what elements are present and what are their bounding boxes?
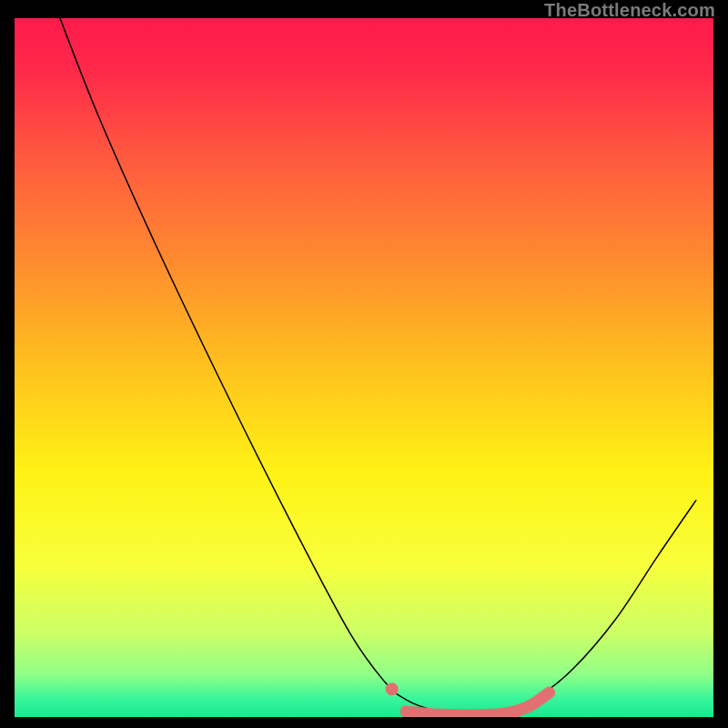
watermark-label: TheBottleneck.com [544, 0, 715, 21]
highlight-dot [386, 682, 399, 695]
chart-frame: TheBottleneck.com [0, 0, 728, 728]
bottleneck-chart [15, 18, 713, 717]
plot-area [15, 18, 713, 717]
gradient-background [15, 18, 713, 717]
